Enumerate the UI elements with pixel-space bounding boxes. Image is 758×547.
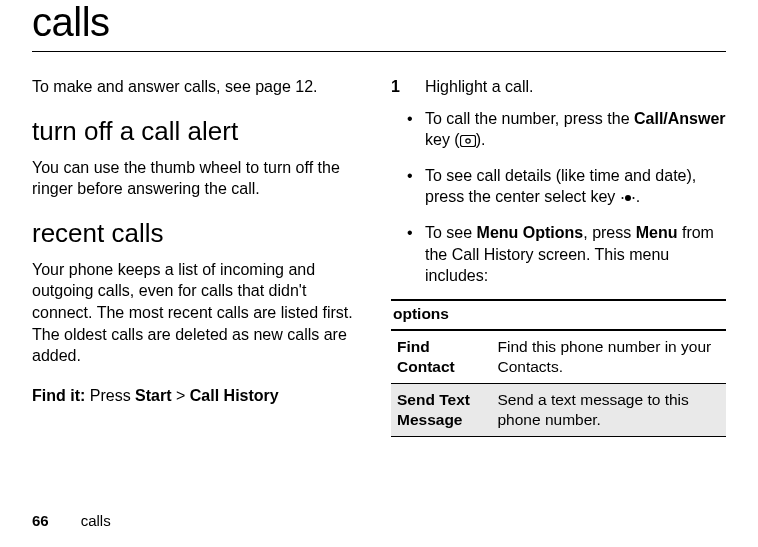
subhead-recent-calls: recent calls bbox=[32, 218, 367, 249]
svg-point-1 bbox=[465, 139, 469, 143]
bullet1-key: Call/Answer bbox=[634, 110, 726, 127]
options-table: options Find Contact Find this phone num… bbox=[391, 299, 726, 438]
option-name: Find Contact bbox=[391, 330, 492, 384]
option-name: Send Text Message bbox=[391, 384, 492, 437]
subhead-turn-off-alert: turn off a call alert bbox=[32, 116, 367, 147]
center-select-key-icon bbox=[620, 188, 636, 210]
turn-off-text: You can use the thumb wheel to turn off … bbox=[32, 157, 367, 200]
title-rule bbox=[32, 51, 726, 52]
find-it-sep: > bbox=[172, 387, 190, 404]
table-row: Find Contact Find this phone number in y… bbox=[391, 330, 726, 384]
table-row: Send Text Message Send a text message to… bbox=[391, 384, 726, 437]
recent-calls-text: Your phone keeps a list of incoming and … bbox=[32, 259, 367, 367]
page-title: calls bbox=[32, 0, 726, 45]
bullet1-a: To call the number, press the bbox=[425, 110, 634, 127]
bullet2-b: . bbox=[636, 188, 640, 205]
bullet3-menu: Menu Options bbox=[477, 224, 584, 241]
two-column-layout: To make and answer calls, see page 12. t… bbox=[32, 76, 726, 437]
intro-text: To make and answer calls, see page 12. bbox=[32, 76, 367, 98]
options-header: options bbox=[391, 300, 726, 330]
bullet3-a: To see bbox=[425, 224, 477, 241]
bullet-call-number: To call the number, press the Call/Answe… bbox=[425, 108, 726, 153]
find-it-label: Find it: bbox=[32, 387, 85, 404]
bullet2-a: To see call details (like time and date)… bbox=[425, 167, 696, 206]
step-number: 1 bbox=[391, 76, 403, 98]
svg-point-4 bbox=[632, 197, 634, 199]
bullet1-b: key ( bbox=[425, 131, 460, 148]
svg-point-2 bbox=[625, 195, 631, 201]
bullet-menu-options: To see Menu Options, press Menu from the… bbox=[425, 222, 726, 287]
bullet-call-details: To see call details (like time and date)… bbox=[425, 165, 726, 210]
svg-point-3 bbox=[621, 197, 623, 199]
find-it-line: Find it: Press Start > Call History bbox=[32, 385, 367, 407]
bullet3-b: , press bbox=[583, 224, 635, 241]
footer-label: calls bbox=[81, 512, 111, 529]
bullet3-menu2: Menu bbox=[636, 224, 678, 241]
find-it-press: Press bbox=[85, 387, 135, 404]
call-answer-key-icon bbox=[460, 131, 476, 153]
step-1: 1 Highlight a call. bbox=[391, 76, 726, 98]
step-text: Highlight a call. bbox=[425, 76, 534, 98]
option-desc: Find this phone number in your Contacts. bbox=[492, 330, 727, 384]
right-column: 1 Highlight a call. To call the number, … bbox=[391, 76, 726, 437]
page-footer: 66calls bbox=[32, 512, 111, 529]
left-column: To make and answer calls, see page 12. t… bbox=[32, 76, 367, 437]
find-it-callhistory: Call History bbox=[190, 387, 279, 404]
option-desc: Send a text message to this phone number… bbox=[492, 384, 727, 437]
step-bullets: To call the number, press the Call/Answe… bbox=[391, 108, 726, 287]
svg-rect-0 bbox=[460, 136, 475, 147]
bullet1-c: ). bbox=[476, 131, 486, 148]
find-it-start: Start bbox=[135, 387, 171, 404]
page-number: 66 bbox=[32, 512, 49, 529]
